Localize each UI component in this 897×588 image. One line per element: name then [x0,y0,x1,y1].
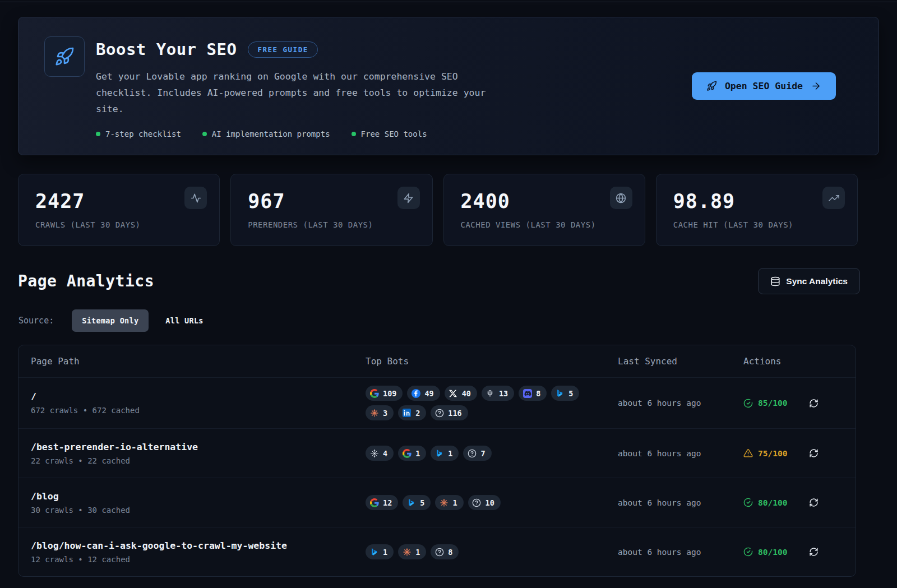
stat-label: CRAWLS (LAST 30 DAYS) [35,220,207,229]
top-bots-cell: 4117 [366,438,590,469]
bot-badge: 10 [468,495,501,510]
cta-label: Open SEO Guide [725,81,803,91]
google-bot-icon [369,388,379,398]
column-header-actions: Actions [743,356,843,367]
feature-label: AI implementation prompts [212,129,330,138]
bot-badge: 1 [366,544,394,559]
database-icon [770,276,780,286]
bot-count: 13 [499,389,508,398]
stat-value: 2400 [461,190,632,212]
green-dot-icon [202,132,207,136]
bot-count: 1 [448,449,452,458]
source-option-all-urls[interactable]: All URLs [160,309,209,332]
bot-count: 5 [568,389,573,398]
source-label: Source: [19,316,54,326]
bot-count: 12 [383,498,392,507]
refresh-button[interactable] [808,497,820,508]
unknown-bot-icon [434,408,444,418]
bot-badge: 5 [551,386,579,401]
banner-title: Boost Your SEO [96,40,237,59]
stat-label: PRERENDERS (LAST 30 DAYS) [248,220,419,229]
bot-badge: 1 [431,446,459,461]
last-synced: about 6 hours ago [618,548,743,557]
bot-badge: 1 [398,446,426,461]
bot-count: 7 [480,449,485,458]
stat-card-crawls: 2427 CRAWLS (LAST 30 DAYS) [18,174,220,246]
google-bot-icon [369,498,379,507]
page-path-cell: /blog30 crawls • 30 cached [31,491,366,515]
page-path: /blog/how-can-i-ask-google-to-crawl-my-w… [31,540,366,551]
top-divider [0,2,897,2]
discord-bot-icon [523,388,532,398]
bing-bot-icon [555,388,565,398]
page-path-cell: /blog/how-can-i-ask-google-to-crawl-my-w… [31,540,366,564]
google-bot-icon [402,448,411,458]
warning-triangle-icon [743,448,753,458]
unknown-bot-icon [467,448,477,458]
top-bots-cell: 118 [366,536,590,567]
bot-count: 1 [383,548,387,557]
bot-badge: 13 [482,386,514,401]
page-path: /best-prerender-io-alternative [31,442,366,452]
bot-count: 109 [383,389,396,398]
seo-score: 80/100 [743,547,787,557]
bot-count: 49 [424,389,433,398]
column-header-last-synced: Last Synced [618,356,743,367]
seo-score: 75/100 [743,448,787,458]
table-row: /blog30 crawls • 30 cached125110about 6 … [19,478,856,527]
feature-label: Free SEO tools [361,129,427,138]
refresh-button[interactable] [808,447,820,459]
bot-badge: 109 [366,386,403,401]
feature-item: 7-step checklist [96,129,181,138]
bing-bot-icon [434,448,444,458]
top-bots-cell: 1094940138532116 [366,378,590,428]
zap-icon [397,187,420,209]
seo-score: 85/100 [743,399,787,408]
source-option-sitemap-only[interactable]: Sitemap Only [72,309,149,332]
open-seo-guide-button[interactable]: Open SEO Guide [692,72,836,100]
refresh-button[interactable] [808,546,820,558]
globe-icon [610,187,632,209]
rocket-icon-box [44,36,85,77]
check-circle-icon [743,498,753,507]
bot-badge: 8 [519,386,547,401]
stat-card-cache-hit: 98.89 CACHE HIT (LAST 30 DAYS) [656,174,858,246]
bot-count: 1 [415,449,420,458]
stat-label: CACHED VIEWS (LAST 30 DAYS) [461,220,632,229]
seo-banner: Boost Your SEO FREE GUIDE Get your Lovab… [18,17,879,155]
feature-label: 7-step checklist [105,129,181,138]
crawl-stats: 30 crawls • 30 cached [31,506,366,515]
actions-cell: 80/100 [743,497,843,508]
refresh-button[interactable] [808,397,820,409]
bot-count: 10 [486,498,494,507]
trending-up-icon [822,187,845,209]
stat-value: 98.89 [673,190,845,212]
stat-value: 967 [248,190,419,212]
table-row: /672 crawls • 672 cached1094940138532116… [19,377,856,428]
unknown-bot-icon [472,498,482,507]
stat-value: 2427 [35,190,207,212]
sync-analytics-button[interactable]: Sync Analytics [758,268,860,294]
bot-count: 8 [536,389,540,398]
refresh-icon [809,547,819,557]
crawl-stats: 672 crawls • 672 cached [31,406,366,415]
sync-analytics-label: Sync Analytics [786,276,848,286]
column-header-top-bots: Top Bots [366,356,618,367]
anthropic-bot-icon [439,498,449,507]
source-toggle: Source: Sitemap Only All URLs [19,309,897,332]
bing-bot-icon [406,498,416,507]
table-row: /blog/how-can-i-ask-google-to-crawl-my-w… [19,527,856,576]
facebook-bot-icon [411,388,420,398]
bot-badge: 1 [398,544,426,559]
bot-count: 4 [383,449,387,458]
bot-count: 40 [462,389,471,398]
seo-score-value: 80/100 [758,548,787,557]
actions-cell: 85/100 [743,397,843,409]
bot-badge: 49 [407,386,440,401]
check-circle-icon [743,399,753,408]
last-synced: about 6 hours ago [618,399,743,408]
page-analytics-table: Page Path Top Bots Last Synced Actions /… [18,345,856,577]
rocket-icon [706,81,717,91]
page-analytics-title: Page Analytics [18,272,154,290]
banner-description: Get your Lovable app ranking on Google w… [96,68,495,117]
